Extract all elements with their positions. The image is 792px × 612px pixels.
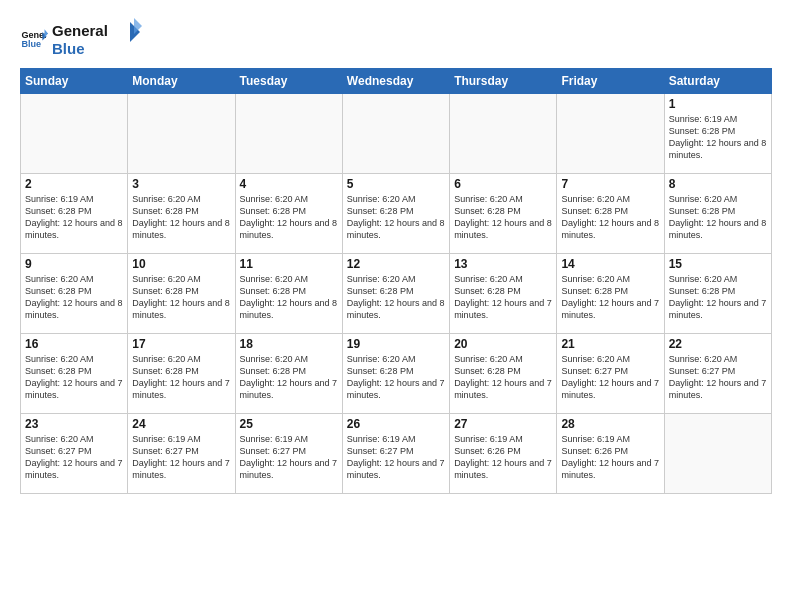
calendar-cell [21,94,128,174]
header-monday: Monday [128,69,235,94]
logo: General Blue General Blue [20,18,142,60]
calendar-cell [557,94,664,174]
day-info: Sunrise: 6:20 AM Sunset: 6:28 PM Dayligh… [347,273,445,322]
day-number: 2 [25,177,123,191]
day-info: Sunrise: 6:20 AM Sunset: 6:28 PM Dayligh… [132,273,230,322]
day-info: Sunrise: 6:20 AM Sunset: 6:28 PM Dayligh… [132,353,230,402]
day-info: Sunrise: 6:20 AM Sunset: 6:27 PM Dayligh… [561,353,659,402]
day-number: 19 [347,337,445,351]
day-info: Sunrise: 6:19 AM Sunset: 6:27 PM Dayligh… [240,433,338,482]
day-info: Sunrise: 6:19 AM Sunset: 6:28 PM Dayligh… [669,113,767,162]
calendar-cell: 28Sunrise: 6:19 AM Sunset: 6:26 PM Dayli… [557,414,664,494]
day-number: 6 [454,177,552,191]
calendar-cell: 2Sunrise: 6:19 AM Sunset: 6:28 PM Daylig… [21,174,128,254]
calendar-cell: 26Sunrise: 6:19 AM Sunset: 6:27 PM Dayli… [342,414,449,494]
day-number: 7 [561,177,659,191]
header-saturday: Saturday [664,69,771,94]
calendar-cell: 18Sunrise: 6:20 AM Sunset: 6:28 PM Dayli… [235,334,342,414]
day-info: Sunrise: 6:20 AM Sunset: 6:27 PM Dayligh… [25,433,123,482]
day-number: 3 [132,177,230,191]
calendar-cell: 27Sunrise: 6:19 AM Sunset: 6:26 PM Dayli… [450,414,557,494]
day-info: Sunrise: 6:20 AM Sunset: 6:28 PM Dayligh… [240,273,338,322]
week-row-1: 1Sunrise: 6:19 AM Sunset: 6:28 PM Daylig… [21,94,772,174]
day-number: 9 [25,257,123,271]
calendar-cell: 21Sunrise: 6:20 AM Sunset: 6:27 PM Dayli… [557,334,664,414]
calendar-cell: 6Sunrise: 6:20 AM Sunset: 6:28 PM Daylig… [450,174,557,254]
day-number: 1 [669,97,767,111]
logo-graphic: General Blue [52,18,142,60]
day-info: Sunrise: 6:20 AM Sunset: 6:28 PM Dayligh… [132,193,230,242]
day-number: 4 [240,177,338,191]
calendar-cell [450,94,557,174]
calendar-cell: 22Sunrise: 6:20 AM Sunset: 6:27 PM Dayli… [664,334,771,414]
day-info: Sunrise: 6:20 AM Sunset: 6:28 PM Dayligh… [454,193,552,242]
calendar-cell: 17Sunrise: 6:20 AM Sunset: 6:28 PM Dayli… [128,334,235,414]
calendar-cell: 13Sunrise: 6:20 AM Sunset: 6:28 PM Dayli… [450,254,557,334]
day-info: Sunrise: 6:20 AM Sunset: 6:28 PM Dayligh… [25,353,123,402]
week-row-4: 16Sunrise: 6:20 AM Sunset: 6:28 PM Dayli… [21,334,772,414]
weekday-header-row: Sunday Monday Tuesday Wednesday Thursday… [21,69,772,94]
day-number: 17 [132,337,230,351]
calendar-cell [128,94,235,174]
calendar-cell: 1Sunrise: 6:19 AM Sunset: 6:28 PM Daylig… [664,94,771,174]
day-number: 26 [347,417,445,431]
calendar-cell: 15Sunrise: 6:20 AM Sunset: 6:28 PM Dayli… [664,254,771,334]
calendar-cell: 19Sunrise: 6:20 AM Sunset: 6:28 PM Dayli… [342,334,449,414]
day-number: 28 [561,417,659,431]
header-wednesday: Wednesday [342,69,449,94]
calendar-table: Sunday Monday Tuesday Wednesday Thursday… [20,68,772,494]
calendar-cell [664,414,771,494]
calendar-cell: 8Sunrise: 6:20 AM Sunset: 6:28 PM Daylig… [664,174,771,254]
day-info: Sunrise: 6:20 AM Sunset: 6:28 PM Dayligh… [240,193,338,242]
day-number: 16 [25,337,123,351]
calendar-cell: 5Sunrise: 6:20 AM Sunset: 6:28 PM Daylig… [342,174,449,254]
day-info: Sunrise: 6:20 AM Sunset: 6:28 PM Dayligh… [561,273,659,322]
day-number: 23 [25,417,123,431]
day-number: 5 [347,177,445,191]
svg-text:Blue: Blue [52,40,85,57]
day-info: Sunrise: 6:19 AM Sunset: 6:26 PM Dayligh… [561,433,659,482]
week-row-2: 2Sunrise: 6:19 AM Sunset: 6:28 PM Daylig… [21,174,772,254]
day-info: Sunrise: 6:20 AM Sunset: 6:27 PM Dayligh… [669,353,767,402]
day-info: Sunrise: 6:20 AM Sunset: 6:28 PM Dayligh… [669,193,767,242]
day-number: 22 [669,337,767,351]
calendar-cell [342,94,449,174]
header-sunday: Sunday [21,69,128,94]
svg-text:Blue: Blue [21,39,41,49]
calendar-cell: 12Sunrise: 6:20 AM Sunset: 6:28 PM Dayli… [342,254,449,334]
header-tuesday: Tuesday [235,69,342,94]
day-info: Sunrise: 6:20 AM Sunset: 6:28 PM Dayligh… [454,273,552,322]
calendar-cell: 3Sunrise: 6:20 AM Sunset: 6:28 PM Daylig… [128,174,235,254]
day-info: Sunrise: 6:19 AM Sunset: 6:27 PM Dayligh… [347,433,445,482]
week-row-3: 9Sunrise: 6:20 AM Sunset: 6:28 PM Daylig… [21,254,772,334]
day-number: 12 [347,257,445,271]
day-info: Sunrise: 6:20 AM Sunset: 6:28 PM Dayligh… [347,353,445,402]
day-info: Sunrise: 6:20 AM Sunset: 6:28 PM Dayligh… [454,353,552,402]
calendar-cell: 24Sunrise: 6:19 AM Sunset: 6:27 PM Dayli… [128,414,235,494]
day-number: 20 [454,337,552,351]
calendar-cell: 23Sunrise: 6:20 AM Sunset: 6:27 PM Dayli… [21,414,128,494]
day-number: 14 [561,257,659,271]
day-number: 21 [561,337,659,351]
day-number: 25 [240,417,338,431]
calendar-cell [235,94,342,174]
day-number: 13 [454,257,552,271]
day-info: Sunrise: 6:19 AM Sunset: 6:27 PM Dayligh… [132,433,230,482]
day-number: 18 [240,337,338,351]
day-info: Sunrise: 6:19 AM Sunset: 6:28 PM Dayligh… [25,193,123,242]
calendar-cell: 25Sunrise: 6:19 AM Sunset: 6:27 PM Dayli… [235,414,342,494]
week-row-5: 23Sunrise: 6:20 AM Sunset: 6:27 PM Dayli… [21,414,772,494]
calendar-cell: 16Sunrise: 6:20 AM Sunset: 6:28 PM Dayli… [21,334,128,414]
calendar-cell: 4Sunrise: 6:20 AM Sunset: 6:28 PM Daylig… [235,174,342,254]
day-info: Sunrise: 6:20 AM Sunset: 6:28 PM Dayligh… [561,193,659,242]
page: General Blue General Blue Sunda [0,0,792,612]
day-info: Sunrise: 6:20 AM Sunset: 6:28 PM Dayligh… [25,273,123,322]
calendar-cell: 7Sunrise: 6:20 AM Sunset: 6:28 PM Daylig… [557,174,664,254]
header-thursday: Thursday [450,69,557,94]
day-number: 8 [669,177,767,191]
svg-text:General: General [52,22,108,39]
header-area: General Blue General Blue [20,18,772,60]
day-info: Sunrise: 6:19 AM Sunset: 6:26 PM Dayligh… [454,433,552,482]
calendar-cell: 11Sunrise: 6:20 AM Sunset: 6:28 PM Dayli… [235,254,342,334]
calendar-cell: 20Sunrise: 6:20 AM Sunset: 6:28 PM Dayli… [450,334,557,414]
